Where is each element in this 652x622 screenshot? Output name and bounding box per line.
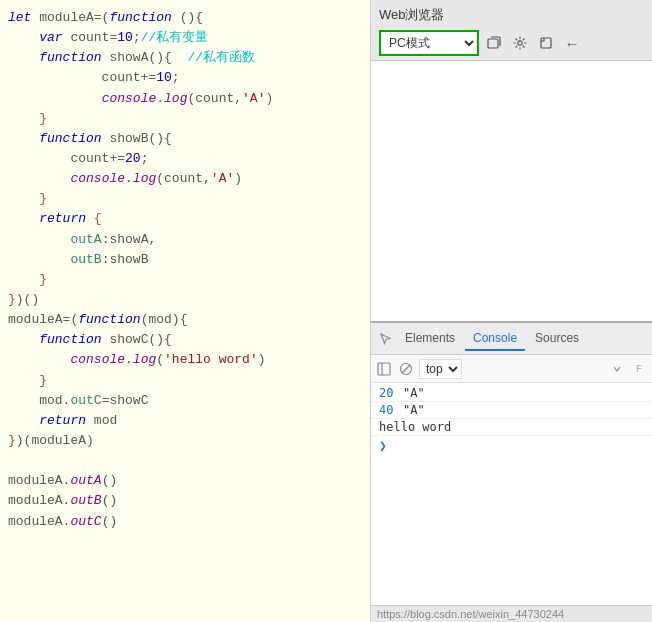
code-line: return mod: [8, 411, 370, 431]
console-prompt[interactable]: ❯: [371, 436, 652, 455]
code-line: console.log('hello word'): [8, 350, 370, 370]
console-output-line-3: hello word: [371, 419, 652, 436]
browser-panel: Web浏览器 PC模式 Mobile模式: [370, 0, 652, 622]
code-line: [8, 451, 370, 471]
sidebar-icon[interactable]: [375, 360, 393, 378]
code-line: outA:showA,: [8, 230, 370, 250]
code-line: outB:showB: [8, 250, 370, 270]
expand-icon[interactable]: [535, 32, 557, 54]
filter-text-icon[interactable]: F: [630, 360, 648, 378]
devtools: Elements Console Sources top: [371, 321, 652, 622]
svg-rect-3: [378, 363, 390, 375]
console-context-select[interactable]: top: [419, 359, 462, 379]
console-output: 20 "A" 40 "A" hello word ❯: [371, 383, 652, 605]
console-num-2: 40: [379, 403, 399, 417]
tab-console[interactable]: Console: [465, 327, 525, 351]
code-line: moduleA.outB(): [8, 491, 370, 511]
code-line: moduleA.outC(): [8, 512, 370, 532]
code-line: var count=10;//私有变量: [8, 28, 370, 48]
code-panel: let moduleA=(function (){ var count=10;/…: [0, 0, 370, 622]
code-line: mod.outC=showC: [8, 391, 370, 411]
console-output-line-1: 20 "A": [371, 385, 652, 402]
tab-sources[interactable]: Sources: [527, 327, 587, 351]
tab-elements[interactable]: Elements: [397, 327, 463, 351]
code-line: }: [8, 109, 370, 129]
browser-title: Web浏览器: [379, 6, 644, 24]
svg-rect-2: [541, 38, 551, 48]
code-line: moduleA.outA(): [8, 471, 370, 491]
code-line: console.log(count,'A'): [8, 89, 370, 109]
code-line: }: [8, 270, 370, 290]
console-toolbar: top F: [371, 355, 652, 383]
browser-status: https://blog.csdn.net/weixin_44730244: [371, 605, 652, 622]
browser-topbar: Web浏览器 PC模式 Mobile模式: [371, 0, 652, 61]
code-line: })(moduleA): [8, 431, 370, 451]
code-line: }: [8, 371, 370, 391]
code-line: function showB(){: [8, 129, 370, 149]
browser-viewport: [371, 61, 652, 321]
svg-rect-0: [488, 39, 498, 48]
code-line: count+=20;: [8, 149, 370, 169]
devtools-tabs: Elements Console Sources: [371, 323, 652, 355]
console-text-3: hello word: [379, 420, 451, 434]
mode-select[interactable]: PC模式 Mobile模式: [379, 30, 479, 56]
code-line: function showA(){ //私有函数: [8, 48, 370, 68]
cursor-icon[interactable]: [375, 329, 395, 349]
code-line: function showC(){: [8, 330, 370, 350]
code-line: return {: [8, 209, 370, 229]
code-line: let moduleA=(function (){: [8, 8, 370, 28]
code-line: moduleA=(function(mod){: [8, 310, 370, 330]
code-line: }: [8, 189, 370, 209]
browser-controls: PC模式 Mobile模式: [379, 30, 644, 56]
code-line: count+=10;: [8, 68, 370, 88]
settings-icon[interactable]: [509, 32, 531, 54]
code-line: console.log(count,'A'): [8, 169, 370, 189]
console-str-2: "A": [403, 403, 425, 417]
back-icon[interactable]: ←: [561, 32, 583, 54]
filter-dropdown-icon[interactable]: [608, 360, 626, 378]
svg-point-1: [518, 41, 522, 45]
code-line: })(): [8, 290, 370, 310]
console-num-1: 20: [379, 386, 399, 400]
new-tab-icon[interactable]: [483, 32, 505, 54]
clear-icon[interactable]: [397, 360, 415, 378]
console-output-line-2: 40 "A": [371, 402, 652, 419]
console-str-1: "A": [403, 386, 425, 400]
